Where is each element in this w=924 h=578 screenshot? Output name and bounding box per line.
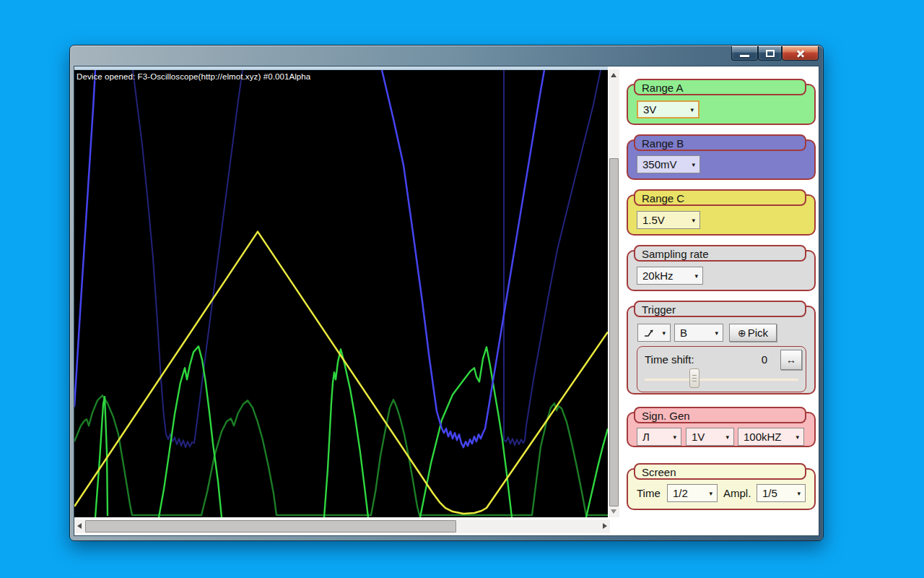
titlebar[interactable] xyxy=(70,46,823,66)
dropdown-arrow-icon: ▾ xyxy=(797,490,801,497)
app-window: Device opened: F3-Oscilloscope(http://el… xyxy=(69,45,824,541)
range-c-legend: Range C xyxy=(634,189,806,206)
device-status-text: Device opened: F3-Oscilloscope(http://el… xyxy=(77,72,310,81)
range-b-value: 350mV xyxy=(642,158,677,171)
rising-edge-icon xyxy=(643,327,655,339)
range-a-value: 3V xyxy=(643,103,656,116)
trigger-legend: Trigger xyxy=(634,301,806,317)
client-area: Device opened: F3-Oscilloscope(http://el… xyxy=(74,66,819,536)
screen-time-select[interactable]: 1/2 ▾ xyxy=(667,484,718,502)
screen-time-value: 1/2 xyxy=(673,487,688,499)
maximize-icon xyxy=(766,50,775,57)
trigger-source-value: B xyxy=(680,327,687,339)
sampling-rate-select[interactable]: 20kHz ▾ xyxy=(637,267,703,285)
close-icon xyxy=(796,48,806,59)
range-c-value: 1.5V xyxy=(642,214,665,226)
vertical-scrollbar[interactable] xyxy=(609,69,619,517)
gen-amplitude-value: 1V xyxy=(692,431,705,443)
vertical-scrollbar-thumb[interactable] xyxy=(609,158,619,506)
gen-frequency-value: 100kHZ xyxy=(744,431,782,443)
waveform-select[interactable]: Л ▾ xyxy=(637,428,681,446)
signal-generator-panel: Sign. Gen Л ▾ 1V ▾ 100kHZ ▾ xyxy=(627,407,816,447)
range-b-select[interactable]: 350mV ▾ xyxy=(637,155,700,173)
dropdown-arrow-icon: ▾ xyxy=(715,329,718,337)
time-shift-group: Time shift: 0 ↔ xyxy=(637,346,806,392)
time-shift-reset-button[interactable]: ↔ xyxy=(780,350,802,370)
desktop: { "window": { "controls": { "minimize": … xyxy=(0,0,924,578)
screen-ampl-value: 1/5 xyxy=(762,487,777,499)
screen-ampl-select[interactable]: 1/5 ▾ xyxy=(757,484,806,502)
range-c-select[interactable]: 1.5V ▾ xyxy=(637,211,700,229)
pick-button[interactable]: ⊕ Pick xyxy=(729,324,777,342)
oscilloscope-display xyxy=(74,69,608,517)
range-a-legend: Range A xyxy=(634,79,806,95)
control-panel: Range A 3V ▾ Range B 350mV ▾ Range C xyxy=(619,66,819,535)
close-button[interactable] xyxy=(782,46,819,61)
time-shift-slider-thumb[interactable] xyxy=(689,368,699,388)
scroll-up-icon[interactable] xyxy=(611,73,616,77)
scroll-left-icon[interactable] xyxy=(77,523,82,529)
horizontal-scrollbar-thumb[interactable] xyxy=(85,520,456,532)
dropdown-arrow-icon: ▾ xyxy=(796,434,799,441)
trace-channel-bright-green-spike xyxy=(95,397,108,517)
pick-button-label: Pick xyxy=(748,327,768,339)
left-right-arrow-icon: ↔ xyxy=(786,354,796,366)
trigger-edge-select[interactable]: ▾ xyxy=(637,324,671,342)
dropdown-arrow-icon: ▾ xyxy=(725,434,729,441)
minimize-icon xyxy=(740,55,749,57)
trace-channel-a-blue-v xyxy=(382,70,544,447)
screen-legend: Screen xyxy=(634,463,806,480)
time-shift-label: Time shift: xyxy=(645,350,694,368)
range-b-panel: Range B 350mV ▾ xyxy=(627,134,816,180)
trigger-panel: Trigger ▾ B ▾ ⊕ Pick Time xyxy=(627,301,816,394)
dropdown-arrow-icon: ▾ xyxy=(662,329,666,337)
crosshair-icon: ⊕ xyxy=(738,327,746,339)
trace-channel-a-blue-left xyxy=(74,70,95,407)
dropdown-arrow-icon: ▾ xyxy=(709,490,712,497)
trace-channel-bright-green-4 xyxy=(586,428,608,517)
time-shift-value: 0 xyxy=(746,350,767,368)
trace-channel-b-dim-v1 xyxy=(133,70,243,447)
range-a-panel: Range A 3V ▾ xyxy=(627,79,816,125)
trace-channel-bright-green-2 xyxy=(324,349,368,517)
dropdown-arrow-icon: ▾ xyxy=(673,434,676,441)
dropdown-arrow-icon: ▾ xyxy=(692,217,695,224)
sampling-rate-legend: Sampling rate xyxy=(634,245,806,262)
trace-channel-bright-green-1 xyxy=(159,346,222,517)
dropdown-arrow-icon: ▾ xyxy=(694,272,698,280)
trigger-source-select[interactable]: B ▾ xyxy=(674,324,723,342)
maximize-button[interactable] xyxy=(758,46,782,61)
horizontal-scrollbar[interactable] xyxy=(74,519,610,533)
minimize-button[interactable] xyxy=(731,46,758,61)
screen-ampl-label: Ampl. xyxy=(723,484,751,502)
sampling-rate-value: 20kHz xyxy=(642,269,674,282)
dropdown-arrow-icon: ▾ xyxy=(692,161,695,168)
time-shift-slider-track[interactable] xyxy=(645,379,798,381)
trace-channel-b-dim-v2 xyxy=(504,70,601,445)
screen-panel: Screen Time 1/2 ▾ Ampl. 1/5 ▾ xyxy=(627,463,816,510)
screen-time-label: Time xyxy=(637,484,661,502)
range-a-select[interactable]: 3V ▾ xyxy=(637,100,699,118)
range-c-panel: Range C 1.5V ▾ xyxy=(627,189,816,236)
range-b-legend: Range B xyxy=(634,134,806,151)
dropdown-arrow-icon: ▾ xyxy=(690,106,694,113)
sampling-rate-panel: Sampling rate 20kHz ▾ xyxy=(627,245,816,291)
signal-generator-legend: Sign. Gen xyxy=(634,407,806,423)
gen-frequency-select[interactable]: 100kHZ ▾ xyxy=(738,428,804,446)
scroll-down-icon[interactable] xyxy=(611,509,616,514)
scroll-right-icon[interactable] xyxy=(603,523,607,529)
gen-amplitude-select[interactable]: 1V ▾ xyxy=(686,428,734,446)
slider-grip-icon xyxy=(692,375,697,383)
square-wave-icon: Л xyxy=(642,431,650,443)
